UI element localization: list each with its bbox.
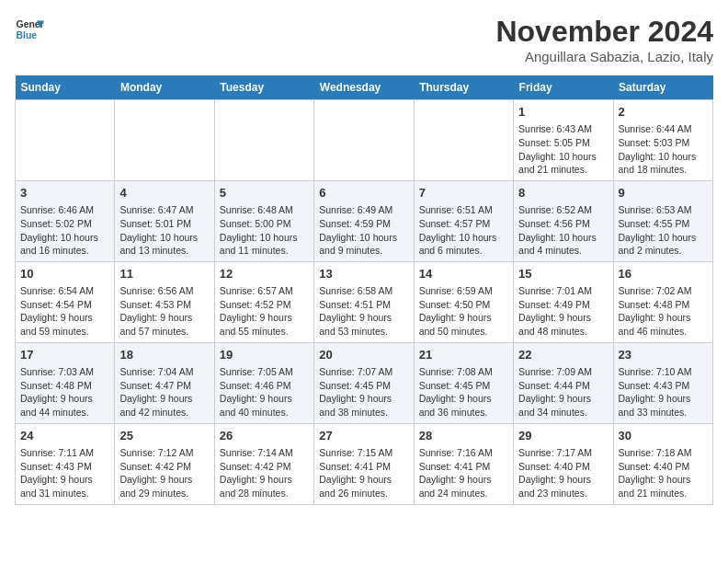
calendar-cell xyxy=(115,100,214,181)
day-info: Sunrise: 7:07 AM Sunset: 4:45 PM Dayligh… xyxy=(319,365,408,419)
day-number: 30 xyxy=(619,428,708,444)
page-header: General Blue November 2024 Anguillara Sa… xyxy=(15,15,713,64)
calendar-cell: 27Sunrise: 7:15 AM Sunset: 4:41 PM Dayli… xyxy=(314,423,414,504)
day-info: Sunrise: 7:16 AM Sunset: 4:41 PM Dayligh… xyxy=(419,446,508,500)
day-number: 19 xyxy=(220,347,309,363)
day-info: Sunrise: 6:52 AM Sunset: 4:56 PM Dayligh… xyxy=(518,203,608,258)
day-number: 3 xyxy=(20,185,109,201)
calendar-cell: 5Sunrise: 6:48 AM Sunset: 5:00 PM Daylig… xyxy=(214,180,313,261)
day-info: Sunrise: 6:51 AM Sunset: 4:57 PM Dayligh… xyxy=(419,203,508,258)
calendar-cell: 30Sunrise: 7:18 AM Sunset: 4:40 PM Dayli… xyxy=(613,423,712,504)
day-info: Sunrise: 7:15 AM Sunset: 4:41 PM Dayligh… xyxy=(319,446,408,500)
calendar-cell: 22Sunrise: 7:09 AM Sunset: 4:44 PM Dayli… xyxy=(514,342,613,423)
calendar-cell: 9Sunrise: 6:53 AM Sunset: 4:55 PM Daylig… xyxy=(613,180,712,261)
day-number: 1 xyxy=(518,104,608,121)
calendar-cell: 25Sunrise: 7:12 AM Sunset: 4:42 PM Dayli… xyxy=(115,423,214,504)
calendar-cell: 6Sunrise: 6:49 AM Sunset: 4:59 PM Daylig… xyxy=(314,180,414,261)
calendar-week-row: 24Sunrise: 7:11 AM Sunset: 4:43 PM Dayli… xyxy=(16,423,713,504)
logo-icon: General Blue xyxy=(15,15,44,44)
logo: General Blue xyxy=(15,15,44,44)
calendar-cell: 16Sunrise: 7:02 AM Sunset: 4:48 PM Dayli… xyxy=(613,261,712,342)
day-info: Sunrise: 6:48 AM Sunset: 5:00 PM Dayligh… xyxy=(220,203,309,258)
calendar-cell: 24Sunrise: 7:11 AM Sunset: 4:43 PM Dayli… xyxy=(16,423,115,504)
col-header-wednesday: Wednesday xyxy=(314,75,414,100)
calendar-cell: 2Sunrise: 6:44 AM Sunset: 5:03 PM Daylig… xyxy=(613,100,712,181)
calendar-cell: 20Sunrise: 7:07 AM Sunset: 4:45 PM Dayli… xyxy=(314,342,414,423)
calendar-week-row: 1Sunrise: 6:43 AM Sunset: 5:05 PM Daylig… xyxy=(16,100,713,181)
col-header-thursday: Thursday xyxy=(414,75,513,100)
day-info: Sunrise: 7:04 AM Sunset: 4:47 PM Dayligh… xyxy=(119,365,209,419)
calendar-cell: 8Sunrise: 6:52 AM Sunset: 4:56 PM Daylig… xyxy=(514,180,613,261)
day-number: 16 xyxy=(619,266,708,282)
day-info: Sunrise: 6:56 AM Sunset: 4:53 PM Dayligh… xyxy=(119,284,209,339)
day-number: 29 xyxy=(518,428,608,444)
day-number: 28 xyxy=(419,428,508,444)
calendar-cell: 15Sunrise: 7:01 AM Sunset: 4:49 PM Dayli… xyxy=(514,261,613,342)
day-number: 13 xyxy=(319,266,408,282)
day-info: Sunrise: 6:43 AM Sunset: 5:05 PM Dayligh… xyxy=(518,122,608,177)
day-info: Sunrise: 7:11 AM Sunset: 4:43 PM Dayligh… xyxy=(20,446,109,500)
day-number: 15 xyxy=(518,266,608,282)
day-info: Sunrise: 7:18 AM Sunset: 4:40 PM Dayligh… xyxy=(619,446,708,500)
day-number: 12 xyxy=(220,266,309,282)
calendar-cell: 13Sunrise: 6:58 AM Sunset: 4:51 PM Dayli… xyxy=(314,261,414,342)
col-header-sunday: Sunday xyxy=(16,75,115,100)
day-info: Sunrise: 6:53 AM Sunset: 4:55 PM Dayligh… xyxy=(619,203,708,258)
day-number: 11 xyxy=(119,266,209,282)
calendar-cell: 29Sunrise: 7:17 AM Sunset: 4:40 PM Dayli… xyxy=(514,423,613,504)
day-number: 10 xyxy=(20,266,109,282)
day-number: 20 xyxy=(319,347,408,363)
day-number: 5 xyxy=(220,185,309,201)
calendar-cell: 4Sunrise: 6:47 AM Sunset: 5:01 PM Daylig… xyxy=(115,180,214,261)
col-header-friday: Friday xyxy=(514,75,613,100)
title-block: November 2024 Anguillara Sabazia, Lazio,… xyxy=(495,15,713,64)
calendar-cell: 7Sunrise: 6:51 AM Sunset: 4:57 PM Daylig… xyxy=(414,180,513,261)
day-number: 27 xyxy=(319,428,408,444)
calendar-cell: 18Sunrise: 7:04 AM Sunset: 4:47 PM Dayli… xyxy=(115,342,214,423)
day-info: Sunrise: 6:58 AM Sunset: 4:51 PM Dayligh… xyxy=(319,284,408,339)
day-info: Sunrise: 6:46 AM Sunset: 5:02 PM Dayligh… xyxy=(20,203,109,258)
day-info: Sunrise: 7:10 AM Sunset: 4:43 PM Dayligh… xyxy=(619,365,708,419)
day-number: 14 xyxy=(419,266,508,282)
day-number: 21 xyxy=(419,347,508,363)
day-info: Sunrise: 6:47 AM Sunset: 5:01 PM Dayligh… xyxy=(119,203,209,258)
col-header-saturday: Saturday xyxy=(613,75,712,100)
day-number: 22 xyxy=(518,347,608,363)
calendar-cell xyxy=(314,100,414,181)
day-number: 8 xyxy=(518,185,608,201)
day-info: Sunrise: 7:02 AM Sunset: 4:48 PM Dayligh… xyxy=(619,284,708,339)
day-info: Sunrise: 6:59 AM Sunset: 4:50 PM Dayligh… xyxy=(419,284,508,339)
calendar-week-row: 17Sunrise: 7:03 AM Sunset: 4:48 PM Dayli… xyxy=(16,342,713,423)
calendar-cell: 11Sunrise: 6:56 AM Sunset: 4:53 PM Dayli… xyxy=(115,261,214,342)
calendar-cell: 23Sunrise: 7:10 AM Sunset: 4:43 PM Dayli… xyxy=(613,342,712,423)
day-number: 23 xyxy=(619,347,708,363)
day-number: 25 xyxy=(119,428,209,444)
day-info: Sunrise: 6:49 AM Sunset: 4:59 PM Dayligh… xyxy=(319,203,408,258)
day-info: Sunrise: 7:12 AM Sunset: 4:42 PM Dayligh… xyxy=(119,446,209,500)
day-number: 9 xyxy=(619,185,708,201)
svg-text:Blue: Blue xyxy=(17,30,38,40)
day-info: Sunrise: 7:01 AM Sunset: 4:49 PM Dayligh… xyxy=(518,284,608,339)
calendar-cell: 26Sunrise: 7:14 AM Sunset: 4:42 PM Dayli… xyxy=(214,423,313,504)
day-info: Sunrise: 7:05 AM Sunset: 4:46 PM Dayligh… xyxy=(220,365,309,419)
day-number: 4 xyxy=(119,185,209,201)
day-number: 24 xyxy=(20,428,109,444)
calendar-cell xyxy=(414,100,513,181)
calendar-week-row: 3Sunrise: 6:46 AM Sunset: 5:02 PM Daylig… xyxy=(16,180,713,261)
day-info: Sunrise: 6:57 AM Sunset: 4:52 PM Dayligh… xyxy=(220,284,309,339)
calendar-cell: 19Sunrise: 7:05 AM Sunset: 4:46 PM Dayli… xyxy=(214,342,313,423)
calendar-cell: 3Sunrise: 6:46 AM Sunset: 5:02 PM Daylig… xyxy=(16,180,115,261)
day-info: Sunrise: 7:09 AM Sunset: 4:44 PM Dayligh… xyxy=(518,365,608,419)
calendar-week-row: 10Sunrise: 6:54 AM Sunset: 4:54 PM Dayli… xyxy=(16,261,713,342)
calendar-cell: 14Sunrise: 6:59 AM Sunset: 4:50 PM Dayli… xyxy=(414,261,513,342)
day-number: 2 xyxy=(619,104,708,121)
day-info: Sunrise: 7:03 AM Sunset: 4:48 PM Dayligh… xyxy=(20,365,109,419)
day-info: Sunrise: 7:17 AM Sunset: 4:40 PM Dayligh… xyxy=(518,446,608,500)
calendar-header-row: SundayMondayTuesdayWednesdayThursdayFrid… xyxy=(16,75,713,100)
month-title: November 2024 xyxy=(495,15,713,49)
calendar-cell: 10Sunrise: 6:54 AM Sunset: 4:54 PM Dayli… xyxy=(16,261,115,342)
day-info: Sunrise: 7:08 AM Sunset: 4:45 PM Dayligh… xyxy=(419,365,508,419)
day-info: Sunrise: 6:54 AM Sunset: 4:54 PM Dayligh… xyxy=(20,284,109,339)
calendar-cell: 17Sunrise: 7:03 AM Sunset: 4:48 PM Dayli… xyxy=(16,342,115,423)
calendar-cell: 28Sunrise: 7:16 AM Sunset: 4:41 PM Dayli… xyxy=(414,423,513,504)
